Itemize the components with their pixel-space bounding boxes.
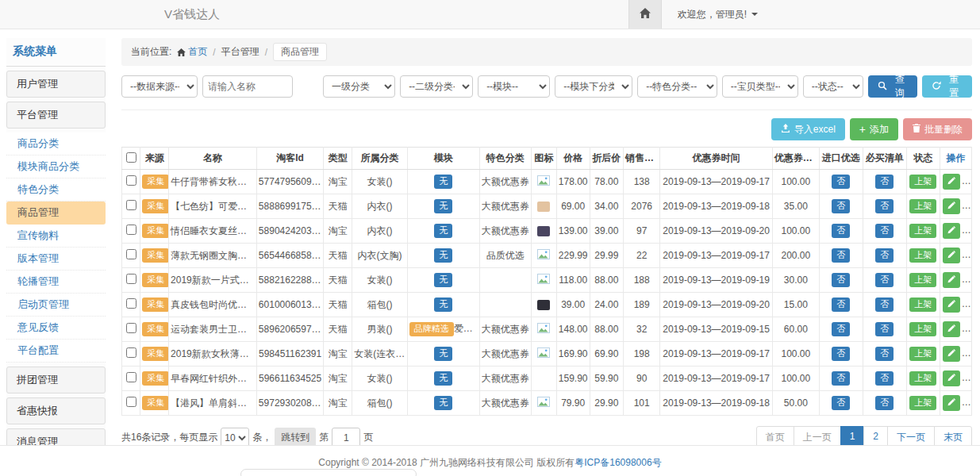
must-buy-badge[interactable]: 否 — [875, 199, 894, 213]
imported-badge[interactable]: 否 — [832, 248, 850, 262]
edit-button[interactable] — [943, 321, 960, 337]
row-checkbox-cell — [122, 391, 140, 416]
imported-badge[interactable]: 否 — [832, 224, 850, 237]
discount-price-cell: 39.00 — [590, 219, 623, 244]
must-buy-badge[interactable]: 否 — [875, 371, 894, 385]
user-menu[interactable]: 欢迎您，管理员! — [662, 8, 980, 21]
jump-prefix: 第 — [319, 431, 329, 444]
must-buy-badge[interactable]: 否 — [875, 298, 894, 311]
discount-price-cell: 78.00 — [590, 170, 623, 194]
status-badge[interactable]: 上架 — [909, 273, 936, 286]
row-checkbox-cell — [122, 219, 140, 244]
filter-select-status[interactable]: --状态-- — [803, 75, 863, 98]
imported-badge[interactable]: 否 — [832, 273, 850, 286]
imported-badge[interactable]: 否 — [832, 371, 850, 385]
sidebar-item-user-management[interactable]: 用户管理 — [6, 71, 106, 98]
imported-badge[interactable]: 否 — [832, 347, 850, 360]
edit-button[interactable] — [943, 223, 960, 239]
row-checkbox[interactable] — [126, 225, 136, 235]
filter-select-module[interactable]: --模块-- — [478, 75, 550, 98]
sidebar-item-message-management[interactable]: 消息管理 — [6, 428, 106, 446]
products-table: 来源名称淘客Id类型所属分类模块特色分类图标价格折后价销售数量优惠券时间优惠券金… — [121, 147, 972, 416]
imported-badge[interactable]: 否 — [832, 298, 850, 311]
row-checkbox[interactable] — [126, 323, 136, 333]
sidebar-item-group-buy-management[interactable]: 拼团管理 — [6, 367, 106, 393]
type-cell: 淘宝 — [324, 391, 352, 416]
select-all-checkbox[interactable] — [126, 152, 136, 163]
must-buy-badge[interactable]: 否 — [875, 273, 894, 286]
status-badge[interactable]: 上架 — [909, 199, 936, 213]
edit-button[interactable] — [943, 370, 960, 386]
import-excel-button[interactable]: 导入excel — [771, 118, 845, 140]
icp-link[interactable]: 粤ICP备16098006号 — [575, 457, 661, 468]
row-checkbox[interactable] — [126, 298, 136, 309]
sidebar-item-feedback[interactable]: 意见反馈 — [6, 317, 106, 340]
must-buy-badge[interactable]: 否 — [875, 175, 894, 188]
row-checkbox[interactable] — [126, 372, 136, 382]
status-badge[interactable]: 上架 — [909, 248, 936, 262]
filter-select-featured-category[interactable]: --特色分类-- — [637, 75, 717, 98]
imported-badge[interactable]: 否 — [832, 396, 850, 409]
sidebar-item-product-management[interactable]: 商品管理 — [6, 202, 106, 225]
filter-select-module-subcategory[interactable]: --模块下分类-- — [555, 75, 632, 98]
add-button[interactable]: + 添加 — [850, 118, 898, 140]
name-cell: 运动套装男士卫衣初秋... — [169, 317, 257, 342]
row-checkbox[interactable] — [126, 347, 136, 358]
status-badge[interactable]: 上架 — [909, 224, 936, 237]
filter-select-item-type[interactable]: --宝贝类型-- — [722, 75, 798, 98]
edit-button[interactable] — [943, 272, 960, 288]
edit-button[interactable] — [943, 395, 960, 411]
filter-select-level2-category[interactable]: --二级分类-- — [400, 75, 473, 98]
filter-input-name-keyword[interactable] — [202, 75, 293, 98]
imported-badge[interactable]: 否 — [832, 322, 850, 336]
row-checkbox[interactable] — [126, 397, 136, 407]
image-placeholder-icon — [537, 349, 550, 360]
status-badge[interactable]: 上架 — [909, 371, 936, 385]
row-checkbox[interactable] — [126, 249, 136, 259]
sidebar-item-platform-config[interactable]: 平台配置 — [6, 340, 106, 363]
must-buy-badge[interactable]: 否 — [875, 248, 894, 262]
imported-cell: 否 — [819, 391, 863, 416]
status-badge[interactable]: 上架 — [909, 396, 936, 409]
status-badge[interactable]: 上架 — [909, 175, 936, 188]
edit-button[interactable] — [943, 297, 960, 313]
sidebar-item-featured-category[interactable]: 特色分类 — [6, 178, 106, 202]
filter-select-level1-category[interactable]: 一级分类 — [323, 75, 395, 98]
edit-button[interactable] — [943, 248, 960, 263]
sidebar-item-version-management[interactable]: 版本管理 — [6, 248, 106, 271]
must-buy-badge[interactable]: 否 — [875, 347, 894, 360]
batch-delete-button[interactable]: 批量删除 — [903, 118, 972, 140]
edit-button[interactable] — [943, 346, 960, 362]
home-button[interactable] — [628, 0, 662, 29]
status-badge[interactable]: 上架 — [909, 322, 936, 336]
sidebar-item-promo-materials[interactable]: 宣传物料 — [6, 225, 106, 248]
breadcrumb-home-link[interactable]: 首页 — [177, 45, 207, 59]
status-badge[interactable]: 上架 — [909, 347, 936, 360]
sidebar-item-platform-management[interactable]: 平台管理 — [6, 102, 106, 129]
sidebar-item-module-product-category[interactable]: 模块商品分类 — [6, 155, 106, 178]
price-cell: 169.90 — [556, 342, 590, 367]
must-buy-badge[interactable]: 否 — [875, 224, 894, 237]
status-cell: 上架 — [906, 268, 940, 293]
must-buy-badge[interactable]: 否 — [875, 396, 894, 409]
taoke-id-cell: 577479560965 — [256, 170, 323, 194]
must-buy-badge[interactable]: 否 — [875, 322, 894, 336]
sidebar-item-product-category[interactable]: 商品分类 — [6, 132, 106, 155]
query-button[interactable]: 查询 — [868, 75, 918, 98]
topbar-right: 欢迎您，管理员! — [628, 0, 980, 29]
edit-button[interactable] — [943, 174, 960, 190]
row-checkbox[interactable] — [126, 274, 136, 284]
sidebar-item-splash-page-management[interactable]: 启动页管理 — [6, 294, 106, 317]
reset-button[interactable]: 重置 — [922, 75, 972, 98]
imported-badge[interactable]: 否 — [832, 175, 850, 188]
imported-badge[interactable]: 否 — [832, 199, 850, 213]
column-header: 状态 — [906, 148, 940, 170]
row-checkbox[interactable] — [126, 175, 136, 186]
status-badge[interactable]: 上架 — [909, 298, 936, 311]
edit-button[interactable] — [943, 198, 960, 214]
sidebar-item-saving-express[interactable]: 省惠快报 — [6, 397, 106, 424]
filter-select-data-source[interactable]: --数据来源-- — [121, 75, 198, 98]
must-buy-cell: 否 — [863, 244, 906, 268]
row-checkbox[interactable] — [126, 200, 136, 210]
sidebar-item-carousel-management[interactable]: 轮播管理 — [6, 271, 106, 294]
